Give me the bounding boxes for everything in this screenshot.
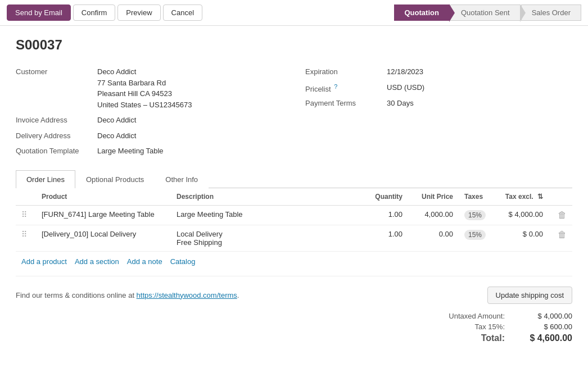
invoice-address-value: Deco Addict xyxy=(97,115,136,126)
pricelist-row: Pricelist ? USD (USD) xyxy=(305,80,572,96)
sort-icon[interactable]: ⇅ xyxy=(537,193,543,201)
totals-section: Update shipping cost Untaxed Amount: $ 4… xyxy=(415,287,572,343)
col-header-tax-excl: Tax excl. ⇅ xyxy=(498,188,549,206)
row2-description: Local Delivery Free Shipping xyxy=(171,225,363,251)
untaxed-amount-row: Untaxed Amount: $ 4,000.00 xyxy=(415,312,572,320)
add-links-row: Add a product Add a section Add a note C… xyxy=(16,252,572,271)
delete-row1-button[interactable]: 🗑 xyxy=(554,210,567,220)
row2-tax-excl: $ 0.00 xyxy=(498,225,549,251)
pricelist-value: USD (USD) xyxy=(387,82,424,93)
col-header-taxes: Taxes xyxy=(459,188,498,206)
tax-label: Tax 15%: xyxy=(437,322,505,331)
toolbar: Send by Email Confirm Preview Cancel Quo… xyxy=(0,0,588,26)
expiration-row: Expiration 12/18/2023 xyxy=(305,64,572,80)
quotation-template-label: Quotation Template xyxy=(16,146,97,155)
row1-description: Large Meeting Table xyxy=(171,205,363,225)
customer-row: Customer Deco Addict 77 Santa Barbara Rd… xyxy=(16,64,283,112)
terms-link[interactable]: https://stealthywood.com/terms xyxy=(137,291,237,299)
row2-unit-price: 0.00 xyxy=(408,225,459,251)
send-email-button[interactable]: Send by Email xyxy=(7,4,71,21)
col-header-description: Description xyxy=(171,188,363,206)
tax-badge: 15% xyxy=(464,230,486,240)
add-section-link[interactable]: Add a section xyxy=(75,257,119,266)
catalog-link[interactable]: Catalog xyxy=(170,257,196,266)
status-step-sales-order[interactable]: Sales Order xyxy=(521,4,581,21)
drag-handle-icon[interactable]: ⠿ xyxy=(21,230,30,239)
untaxed-label: Untaxed Amount: xyxy=(437,312,505,320)
row2-quantity: 1.00 xyxy=(363,225,408,251)
confirm-button[interactable]: Confirm xyxy=(73,4,116,21)
order-table: Product Description Quantity Unit Price … xyxy=(16,188,572,252)
row1-tax-excl: $ 4,000.00 xyxy=(498,205,549,225)
payment-terms-label: Payment Terms xyxy=(305,98,387,107)
delivery-address-row: Delivery Address Deco Addict xyxy=(16,128,283,144)
expiration-label: Expiration xyxy=(305,66,387,76)
tax-value: $ 600.00 xyxy=(522,322,572,331)
tax-row: Tax 15%: $ 600.00 xyxy=(415,322,572,331)
status-step-quotation-sent[interactable]: Quotation Sent xyxy=(450,4,521,21)
update-shipping-button[interactable]: Update shipping cost xyxy=(487,287,572,304)
expiration-value: 12/18/2023 xyxy=(387,66,423,78)
status-step-quotation[interactable]: Quotation xyxy=(394,4,450,21)
table-row: ⠿ [FURN_6741] Large Meeting Table Large … xyxy=(16,205,572,225)
customer-value: Deco Addict 77 Santa Barbara Rd Pleasant… xyxy=(97,66,192,110)
drag-handle-icon[interactable]: ⠿ xyxy=(21,210,30,219)
row1-quantity: 1.00 xyxy=(363,205,408,225)
invoice-address-row: Invoice Address Deco Addict xyxy=(16,112,283,128)
quotation-template-row: Quotation Template Large Meeting Table xyxy=(16,143,283,159)
tabs: Order Lines Optional Products Other Info xyxy=(16,170,572,188)
delivery-address-label: Delivery Address xyxy=(16,130,97,140)
total-value: $ 4,600.00 xyxy=(522,333,572,343)
payment-terms-row: Payment Terms 30 Days xyxy=(305,96,572,111)
table-row: ⠿ [Delivery_010] Local Delivery Local De… xyxy=(16,225,572,251)
tab-optional-products[interactable]: Optional Products xyxy=(75,170,155,188)
cancel-button[interactable]: Cancel xyxy=(163,4,202,21)
delete-row2-button[interactable]: 🗑 xyxy=(554,230,567,239)
row2-taxes: 15% xyxy=(459,225,498,251)
add-note-link[interactable]: Add a note xyxy=(127,257,162,266)
main-content: S00037 Customer Deco Addict 77 Santa Bar… xyxy=(0,26,588,360)
tax-badge: 15% xyxy=(464,210,486,220)
payment-terms-value: 30 Days xyxy=(387,98,414,109)
invoice-address-label: Invoice Address xyxy=(16,115,97,124)
pricelist-label: Pricelist ? xyxy=(305,82,387,93)
total-label: Total: xyxy=(437,333,505,343)
col-header-product: Product xyxy=(36,188,171,206)
col-header-unit-price: Unit Price xyxy=(408,188,459,206)
untaxed-value: $ 4,000.00 xyxy=(522,312,572,320)
pricelist-help-icon[interactable]: ? xyxy=(334,83,337,90)
footer-section: Find our terms & conditions online at ht… xyxy=(16,276,572,349)
row1-unit-price: 4,000.00 xyxy=(408,205,459,225)
row1-taxes: 15% xyxy=(459,205,498,225)
quotation-template-value: Large Meeting Table xyxy=(97,146,164,157)
row1-product: [FURN_6741] Large Meeting Table xyxy=(36,205,171,225)
status-bar: Quotation Quotation Sent Sales Order xyxy=(394,4,582,21)
add-product-link[interactable]: Add a product xyxy=(21,257,67,266)
total-row: Total: $ 4,600.00 xyxy=(415,333,572,343)
order-number: S00037 xyxy=(16,37,572,53)
tab-order-lines[interactable]: Order Lines xyxy=(16,170,75,188)
row2-product: [Delivery_010] Local Delivery xyxy=(36,225,171,251)
customer-label: Customer xyxy=(16,66,97,76)
preview-button[interactable]: Preview xyxy=(117,4,160,21)
form-grid: Customer Deco Addict 77 Santa Barbara Rd… xyxy=(16,64,572,159)
tab-other-info[interactable]: Other Info xyxy=(155,170,209,188)
terms-text: Find our terms & conditions online at ht… xyxy=(16,287,239,299)
delivery-address-value: Deco Addict xyxy=(97,130,136,142)
col-header-quantity: Quantity xyxy=(363,188,408,206)
